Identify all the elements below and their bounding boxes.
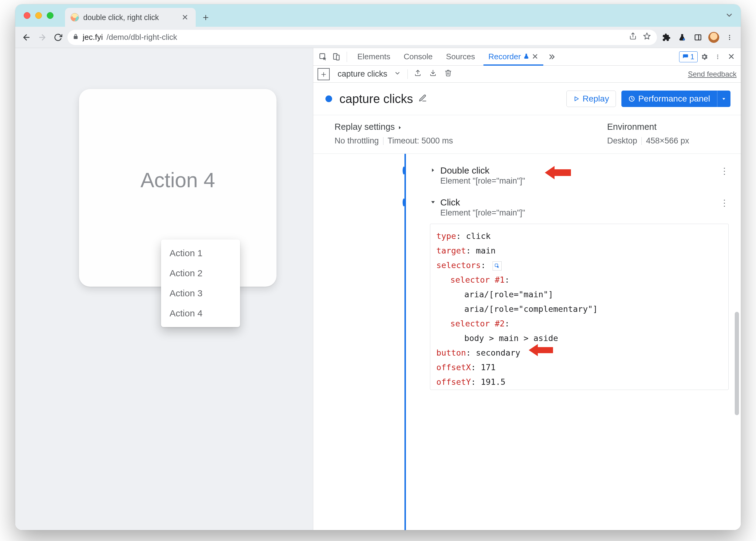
extensions-button[interactable] — [660, 31, 673, 44]
export-button[interactable] — [413, 69, 423, 79]
close-devtools-button[interactable]: ✕ — [724, 50, 738, 64]
new-tab-button[interactable]: ＋ — [198, 10, 213, 25]
import-button[interactable] — [428, 69, 438, 79]
address-bar[interactable]: jec.fyi/demo/dbl-right-click — [68, 30, 657, 45]
svg-rect-12 — [336, 55, 339, 60]
expand-toggle[interactable] — [430, 198, 436, 207]
browser-menu-button[interactable] — [723, 31, 736, 44]
context-menu-item[interactable]: Action 1 — [161, 243, 240, 263]
close-tab-icon[interactable]: ✕ — [532, 52, 539, 61]
svg-marker-19 — [399, 126, 401, 130]
performance-panel-caret[interactable] — [717, 91, 730, 107]
side-panel-button[interactable] — [692, 31, 704, 44]
device-value: Desktop — [607, 136, 637, 146]
share-button[interactable] — [628, 32, 638, 42]
edit-title-button[interactable] — [418, 94, 427, 104]
chevron-right-icon — [397, 123, 403, 133]
close-window-button[interactable] — [24, 12, 30, 19]
bookmark-button[interactable] — [642, 32, 652, 42]
profile-avatar[interactable] — [707, 31, 720, 44]
annotation-arrow-icon — [544, 163, 571, 182]
replay-button[interactable]: Replay — [567, 91, 616, 107]
svg-point-14 — [717, 56, 718, 57]
viewport-value: 458×566 px — [646, 136, 689, 146]
labs-button[interactable] — [676, 31, 688, 44]
send-feedback-link[interactable]: Send feedback — [688, 70, 737, 78]
step-details: type: click target: main selectors: sele… — [430, 224, 729, 390]
step-menu-button[interactable]: ⋮ — [720, 198, 729, 208]
tab-elements[interactable]: Elements — [351, 48, 397, 65]
annotation-arrow-icon — [528, 341, 553, 359]
step-subtitle: Element "[role="main"]" — [440, 208, 525, 218]
favicon-icon — [71, 13, 79, 22]
new-recording-button[interactable]: ＋ — [317, 68, 330, 80]
context-menu-item[interactable]: Action 4 — [161, 303, 240, 323]
demo-card-title: Action 4 — [141, 168, 215, 192]
svg-marker-20 — [432, 168, 434, 172]
tabs-overflow-button[interactable] — [725, 11, 733, 21]
record-indicator-icon — [325, 95, 332, 102]
svg-marker-18 — [723, 98, 725, 100]
tab-console[interactable]: Console — [397, 48, 439, 65]
tab-sources[interactable]: Sources — [439, 48, 482, 65]
issues-chip[interactable]: 1 — [679, 51, 698, 62]
recording-selector[interactable]: capture clicks — [338, 69, 387, 79]
page-content[interactable]: Action 4 Action 1 Action 2 Action 3 Acti… — [15, 48, 313, 530]
svg-marker-16 — [575, 97, 578, 101]
timeout-value: Timeout: 5000 ms — [388, 136, 453, 146]
svg-point-4 — [683, 38, 685, 40]
devtools-settings-button[interactable] — [698, 50, 711, 64]
device-toolbar-button[interactable] — [330, 50, 343, 64]
context-menu: Action 1 Action 2 Action 3 Action 4 — [161, 240, 240, 327]
maximize-window-button[interactable] — [47, 12, 54, 19]
timeline-line — [404, 154, 406, 530]
window-controls — [24, 12, 54, 19]
replay-settings: Replay settings No throttling Timeout: 5… — [313, 115, 741, 154]
chevron-down-icon[interactable] — [392, 69, 403, 79]
reload-button[interactable] — [52, 31, 64, 44]
scrollbar[interactable] — [735, 312, 739, 415]
element-picker-icon[interactable] — [493, 262, 502, 270]
recording-header: capture clicks Replay Performance panel — [313, 83, 741, 115]
step-double-click[interactable]: Double click Element "[role="main"]" ⋮ — [413, 161, 729, 193]
inspect-element-button[interactable] — [316, 50, 330, 64]
step-click[interactable]: Click Element "[role="main"]" ⋮ type: cl… — [413, 193, 729, 397]
throttling-value: No throttling — [335, 136, 379, 146]
svg-point-15 — [717, 58, 718, 59]
context-menu-item[interactable]: Action 2 — [161, 263, 240, 283]
performance-panel-button[interactable]: Performance panel — [621, 91, 717, 107]
replay-settings-heading[interactable]: Replay settings — [335, 122, 607, 132]
minimize-window-button[interactable] — [35, 12, 42, 19]
step-menu-button[interactable]: ⋮ — [720, 166, 729, 176]
url-path: /demo/dbl-right-click — [106, 33, 177, 42]
tab-recorder[interactable]: Recorder ✕ — [482, 48, 545, 65]
step-title: Double click — [440, 165, 525, 176]
context-menu-item[interactable]: Action 3 — [161, 283, 240, 303]
svg-point-7 — [729, 35, 730, 36]
svg-marker-21 — [431, 201, 435, 204]
step-title: Click — [440, 197, 525, 208]
step-subtitle: Element "[role="main"]" — [440, 176, 525, 186]
flask-icon — [523, 52, 529, 61]
expand-toggle[interactable] — [430, 166, 436, 175]
devtools-panel: Elements Console Sources Recorder ✕ 1 — [313, 48, 741, 530]
close-tab-button[interactable]: ✕ — [180, 12, 190, 23]
environment-heading: Environment — [607, 122, 729, 132]
forward-button[interactable] — [36, 31, 49, 44]
devtools-menu-button[interactable] — [711, 50, 724, 64]
url-host: jec.fyi — [83, 33, 103, 42]
back-button[interactable] — [20, 31, 33, 44]
svg-point-9 — [729, 39, 730, 40]
browser-tab[interactable]: double click, right click ✕ — [65, 8, 196, 27]
step-list: Double click Element "[role="main"]" ⋮ — [313, 154, 741, 530]
svg-point-8 — [729, 37, 730, 38]
recorder-toolbar: ＋ capture clicks S — [313, 66, 741, 83]
svg-rect-5 — [695, 35, 701, 40]
more-tabs-button[interactable] — [545, 50, 559, 64]
devtools-tabstrip: Elements Console Sources Recorder ✕ 1 — [313, 48, 741, 66]
delete-button[interactable] — [443, 69, 453, 79]
lock-icon — [72, 33, 79, 42]
svg-marker-3 — [643, 33, 650, 39]
toolbar: jec.fyi/demo/dbl-right-click — [15, 27, 741, 48]
titlebar: double click, right click ✕ ＋ — [15, 4, 741, 27]
